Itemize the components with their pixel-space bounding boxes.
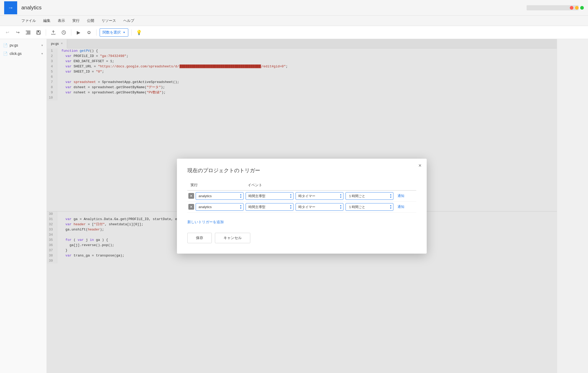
timer-type-select-2-wrapper: 時タイマー ▲▼ <box>296 203 343 211</box>
maximize-window-icon[interactable] <box>580 6 584 10</box>
svg-rect-5 <box>37 31 39 32</box>
svg-rect-0 <box>26 31 30 31</box>
interval-select-1[interactable]: １時間ごと <box>346 192 393 200</box>
indent-icon <box>26 31 30 34</box>
debug-icon <box>87 30 91 35</box>
svg-point-9 <box>88 32 89 32</box>
app-title: analytics <box>21 5 42 11</box>
redo-button[interactable]: ↪ <box>14 28 22 37</box>
file-arrow-icon-2: ▼ <box>41 52 43 55</box>
menu-edit[interactable]: 編集 <box>40 17 54 24</box>
dialog-title: 現在のプロジェクトのトリガー <box>187 167 416 174</box>
dialog-overlay: × 現在のプロジェクトのトリガー 実行 イベント <box>47 39 557 373</box>
table-header-jikko: 実行 <box>187 180 245 190</box>
upload-icon <box>51 30 56 35</box>
close-window-icon[interactable] <box>570 6 573 10</box>
timer-type-select-1[interactable]: 時タイマー <box>296 192 343 200</box>
dialog-close-button[interactable]: × <box>418 163 421 168</box>
main-layout: 📄 pv.gs ▼ 📄 click.gs ▼ pv.gs × 1 functio… <box>0 39 588 373</box>
menu-file[interactable]: ファイル <box>18 17 39 24</box>
dialog-buttons: 保存 キャンセル <box>187 233 416 243</box>
menu-help[interactable]: ヘルプ <box>120 17 137 24</box>
interval-select-1-wrapper: １時間ごと ▲▼ <box>346 192 393 200</box>
function-select-2[interactable]: analytics <box>196 203 244 211</box>
file-arrow-icon: ▼ <box>41 44 43 47</box>
toolbar-separator-1 <box>46 29 46 36</box>
toolbar-separator-3 <box>96 29 97 36</box>
svg-rect-6 <box>37 33 40 34</box>
sidebar-filename-pv: pv.gs <box>10 43 39 47</box>
event-type-select-1-wrapper: 時間主導型 ▲▼ <box>246 192 293 200</box>
window-controls <box>570 6 584 10</box>
minimize-window-icon[interactable] <box>575 6 579 10</box>
run-button[interactable]: ▶ <box>74 28 83 37</box>
notify-link-1[interactable]: 通知 <box>395 194 406 198</box>
function-select-1-wrapper: analytics ▲▼ <box>196 192 244 200</box>
function-select-dropdown[interactable]: 関数を選択 ▼ <box>100 28 128 37</box>
event-type-select-1[interactable]: 時間主導型 <box>246 192 293 200</box>
event-type-select-2-wrapper: 時間主導型 ▲▼ <box>246 203 293 211</box>
event-type-select-2[interactable]: 時間主導型 <box>246 203 293 211</box>
history-icon <box>61 30 66 35</box>
app-logo: → <box>4 1 17 14</box>
toolbar-separator-2 <box>71 29 71 36</box>
upload-button[interactable] <box>49 28 57 37</box>
trigger-dialog: × 現在のプロジェクトのトリガー 実行 イベント <box>177 159 427 254</box>
menu-view[interactable]: 表示 <box>55 17 68 24</box>
interval-select-2[interactable]: １時間ごと <box>346 203 393 211</box>
timer-type-select-2[interactable]: 時タイマー <box>296 203 343 211</box>
add-trigger-link[interactable]: 新しいトリガーを追加 <box>187 220 224 224</box>
table-header-event: イベント <box>245 180 394 190</box>
indent-button[interactable] <box>24 28 32 37</box>
function-select-label: 関数を選択 <box>103 30 121 35</box>
save-dialog-button[interactable]: 保存 <box>187 233 212 243</box>
history-button[interactable] <box>60 28 68 37</box>
svg-point-10 <box>90 32 90 32</box>
svg-rect-2 <box>27 33 30 33</box>
file-icon: 📄 <box>3 43 8 47</box>
toolbar: ↩ ↪ ▶ <box>0 26 588 39</box>
sidebar-file-pv[interactable]: 📄 pv.gs ▼ <box>0 41 47 49</box>
notify-link-2[interactable]: 通知 <box>395 205 406 209</box>
menu-bar: ファイル 編集 表示 実行 公開 リソース ヘルプ <box>0 16 588 26</box>
menu-resources[interactable]: リソース <box>98 17 119 24</box>
undo-button[interactable]: ↩ <box>3 28 11 37</box>
svg-rect-3 <box>26 34 30 34</box>
table-row: ✕ analytics ▲▼ <box>187 190 416 202</box>
right-panel <box>557 39 588 373</box>
table-row: ✕ analytics ▲▼ <box>187 201 416 212</box>
toolbar-separator-4 <box>131 29 132 36</box>
sidebar: 📄 pv.gs ▼ 📄 click.gs ▼ <box>0 39 47 373</box>
remove-trigger-1-button[interactable]: ✕ <box>188 193 194 199</box>
interval-select-2-wrapper: １時間ごと ▲▼ <box>346 203 393 211</box>
cancel-dialog-button[interactable]: キャンセル <box>215 233 250 243</box>
file-icon-2: 📄 <box>3 52 8 56</box>
menu-run[interactable]: 実行 <box>69 17 83 24</box>
code-area: pv.gs × 1 function getPV() { 2 var PROFI… <box>47 39 557 373</box>
save-icon <box>36 30 41 35</box>
menu-publish[interactable]: 公開 <box>84 17 97 24</box>
timer-type-select-1-wrapper: 時タイマー ▲▼ <box>296 192 343 200</box>
debug-button[interactable] <box>85 28 93 37</box>
remove-trigger-2-button[interactable]: ✕ <box>188 204 194 210</box>
trigger-table: 実行 イベント ✕ <box>187 180 416 213</box>
sidebar-filename-click: click.gs <box>10 52 39 56</box>
function-select-1[interactable]: analytics <box>196 192 244 200</box>
title-bar: → analytics <box>0 0 588 16</box>
save-button[interactable] <box>34 28 43 37</box>
dropdown-arrow-icon: ▼ <box>123 31 125 34</box>
sidebar-file-click[interactable]: 📄 click.gs ▼ <box>0 49 47 58</box>
function-select-2-wrapper: analytics ▲▼ <box>196 203 244 211</box>
hint-button[interactable]: 💡 <box>135 28 143 37</box>
svg-rect-1 <box>27 32 30 32</box>
